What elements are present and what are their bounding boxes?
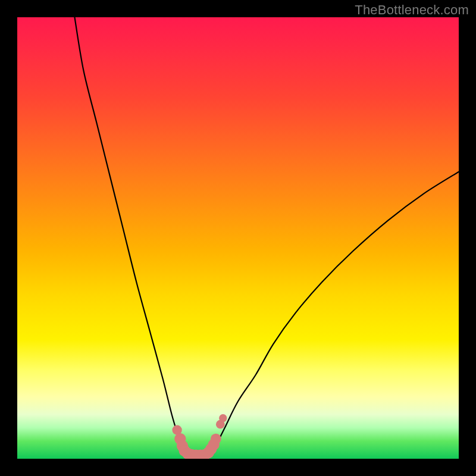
curve-group: [74, 17, 459, 455]
marker-dot: [219, 414, 227, 422]
marker-dot: [211, 434, 221, 444]
chart-svg: [17, 17, 459, 459]
marker-group: [172, 414, 227, 459]
watermark-text: TheBottleneck.com: [355, 2, 469, 18]
curve-right-branch: [211, 172, 459, 455]
curve-left-branch: [74, 17, 185, 455]
